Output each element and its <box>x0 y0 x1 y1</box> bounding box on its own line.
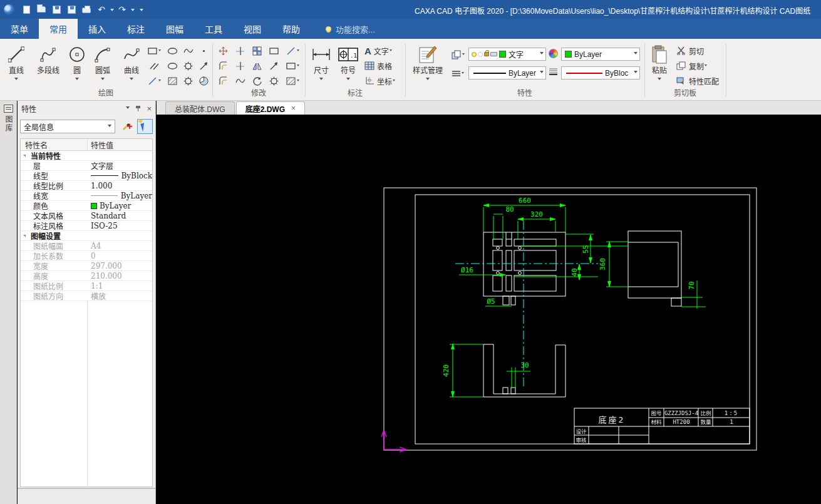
array-tool-icon[interactable] <box>249 44 264 58</box>
undo-icon[interactable]: ↶ <box>95 3 108 16</box>
menu-item-tools[interactable]: 工具 <box>194 19 233 39</box>
layer-settings-icon[interactable] <box>448 48 467 61</box>
point-tool-icon[interactable] <box>196 44 211 58</box>
menu-item-annotate[interactable]: 标注 <box>116 19 155 39</box>
clip-tool-icon[interactable] <box>266 44 281 58</box>
cut-button[interactable]: 剪切 <box>676 44 723 58</box>
print-icon[interactable] <box>80 3 93 16</box>
panel-close-icon[interactable]: × <box>147 106 152 112</box>
property-row-dim-style[interactable]: 标注风格ISO-25 <box>21 221 152 231</box>
redo-dropdown[interactable] <box>131 9 135 13</box>
menu-item-insert[interactable]: 插入 <box>78 19 116 39</box>
save-icon[interactable] <box>49 3 63 16</box>
lineweight-combo-dropdown[interactable] <box>634 71 638 75</box>
coordinate-tool-button[interactable]: 坐标 <box>364 74 403 88</box>
property-row-layer[interactable]: 层文字层 <box>21 161 152 171</box>
linetype-settings-icon[interactable] <box>448 66 467 80</box>
hatch-tool-icon[interactable] <box>165 74 180 88</box>
tab-close-icon[interactable]: × <box>291 104 296 113</box>
pie-tool-icon[interactable] <box>196 74 211 88</box>
region-tool-icon[interactable] <box>283 74 302 88</box>
layer-combo-dropdown[interactable] <box>540 52 544 56</box>
color-combo[interactable]: ByLayer <box>561 48 640 61</box>
style-manager-button[interactable]: 样式管理 <box>410 43 446 84</box>
property-group-row[interactable]: 当前特性 <box>21 151 152 161</box>
mirror-tool-icon[interactable] <box>249 59 264 73</box>
panel-menu-dropdown[interactable] <box>126 106 130 111</box>
menu-item-menu[interactable]: 菜单 <box>0 19 39 39</box>
property-row-height[interactable]: 高度210.000 <box>21 271 152 281</box>
chamfer-tool-icon[interactable] <box>232 74 247 88</box>
menu-item-help[interactable]: 帮助 <box>272 19 311 39</box>
menu-item-view[interactable]: 视图 <box>233 19 272 39</box>
property-row-linetype-scale[interactable]: 线型比例1.000 <box>21 181 152 191</box>
break-tool-icon[interactable] <box>232 44 247 58</box>
qat-customize-dropdown[interactable] <box>140 9 143 13</box>
gear-tool-icon[interactable] <box>180 74 195 88</box>
property-row-color[interactable]: 颜色ByLayer <box>21 201 152 211</box>
save-as-icon[interactable] <box>65 3 78 16</box>
lineweight-icon[interactable] <box>549 68 558 75</box>
arc-tool-button[interactable]: 圆弧 <box>89 43 116 84</box>
property-row-orientation[interactable]: 图纸方向横放 <box>21 291 152 301</box>
new-file-icon[interactable] <box>19 3 33 16</box>
redo-icon[interactable]: ↷ <box>115 3 129 16</box>
erase-tool-icon[interactable] <box>283 44 302 58</box>
spline-tool-button[interactable]: 曲线 <box>118 43 145 84</box>
hole-tool-icon[interactable] <box>165 59 180 73</box>
property-row-width[interactable]: 宽度297.000 <box>21 261 152 271</box>
layer-combo[interactable]: 文字 <box>468 48 546 61</box>
linetype-combo[interactable]: ByLayer <box>468 66 546 80</box>
property-row-text-style[interactable]: 文本风格Standard <box>21 211 152 221</box>
stretch-tool-icon[interactable] <box>266 59 281 73</box>
paste-button[interactable]: 粘贴 <box>648 43 671 84</box>
pin-icon[interactable] <box>136 105 140 112</box>
drawing-canvas[interactable]: 660 80 320 Ø16 Ø5 40 55 360 70 420 30 <box>157 115 821 504</box>
open-file-icon[interactable] <box>34 3 48 16</box>
extend-tool-icon[interactable] <box>232 59 247 73</box>
line-tool-button[interactable]: 直线 <box>3 43 30 84</box>
color-wheel-icon[interactable] <box>549 49 558 58</box>
doc-tab-base2[interactable]: 底座2.DWG× <box>236 101 305 115</box>
text-tool-button[interactable]: A 文字 <box>364 44 403 58</box>
move-tool-icon[interactable] <box>215 44 230 58</box>
box-select-tool-icon[interactable] <box>283 59 302 73</box>
sidebar-tab-library[interactable]: 图库 <box>2 103 15 152</box>
clear-properties-button[interactable] <box>118 119 134 134</box>
rotate-tool-icon[interactable] <box>249 74 264 88</box>
property-row-linetype[interactable]: 线型ByBlock <box>21 171 152 181</box>
function-search[interactable]: 功能搜索... <box>326 19 375 39</box>
layer-print-icon <box>490 52 497 56</box>
property-row-paper-size[interactable]: 图纸幅面A4 <box>21 241 152 251</box>
rectangle-tool-icon[interactable] <box>147 44 162 58</box>
ellipse-tool-icon[interactable] <box>165 44 180 58</box>
copy-tool-icon[interactable] <box>215 59 230 73</box>
property-row-extend-factor[interactable]: 加长系数0 <box>21 251 152 261</box>
property-row-lineweight[interactable]: 线宽ByLayer <box>21 191 152 201</box>
doc-tab-assembly[interactable]: 总装配体.DWG <box>165 101 235 115</box>
property-row-paper-scale[interactable]: 图纸比例1:1 <box>21 281 152 291</box>
property-group-row[interactable]: 图幅设置 <box>21 231 152 241</box>
scope-combo[interactable]: 全局信息 <box>20 120 115 133</box>
undo-dropdown[interactable] <box>110 9 114 13</box>
circle-tool-button[interactable]: 圆 <box>66 43 88 84</box>
menu-item-sheet[interactable]: 图幅 <box>155 19 194 39</box>
curve-tool-icon[interactable] <box>180 44 195 58</box>
offset-tool-icon[interactable] <box>215 74 230 88</box>
match-properties-button[interactable]: 特性匹配 <box>676 74 726 88</box>
dimension-button[interactable]: 尺寸 <box>309 43 333 84</box>
color-combo-dropdown[interactable] <box>634 52 638 56</box>
explode-tool-icon[interactable] <box>266 74 281 88</box>
copy-button[interactable]: 复制 <box>676 59 723 73</box>
parallel-tool-icon[interactable] <box>147 59 162 73</box>
symbol-button[interactable]: .1 符号 <box>336 43 361 84</box>
polyline-tool-button[interactable]: 多段线 <box>31 43 65 75</box>
menu-item-common[interactable]: 常用 <box>39 19 78 39</box>
quick-select-button[interactable] <box>137 119 153 134</box>
sketch-line-tool-icon[interactable] <box>147 74 162 88</box>
arrow-tool-icon[interactable] <box>196 59 211 73</box>
lineweight-combo[interactable]: ByBloc <box>561 66 640 80</box>
table-tool-button[interactable]: 表格 <box>364 59 403 73</box>
bolt-tool-icon[interactable] <box>180 59 195 73</box>
linetype-combo-dropdown[interactable] <box>540 71 544 75</box>
